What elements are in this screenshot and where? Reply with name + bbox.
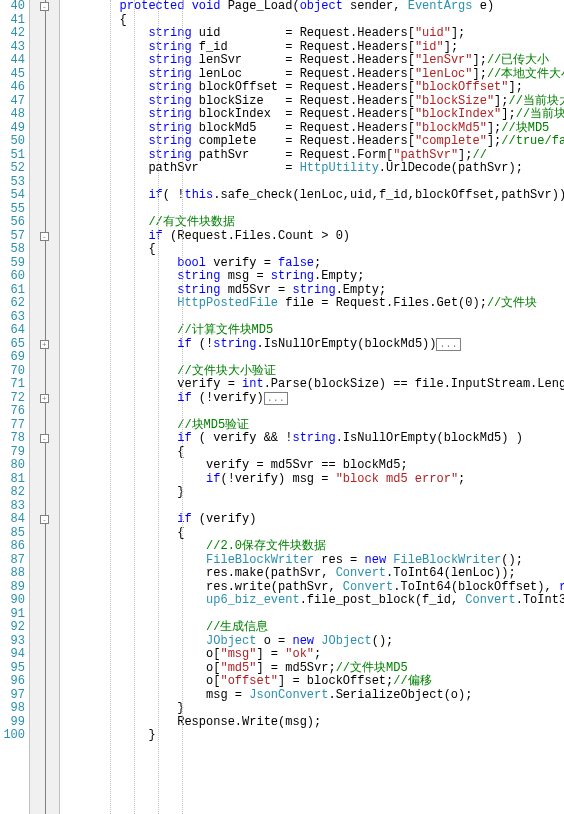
- code-line[interactable]: string complete = Request.Headers["compl…: [62, 135, 564, 149]
- line-number: 77: [0, 419, 25, 433]
- line-number: 65: [0, 338, 25, 352]
- code-line[interactable]: o["offset"] = blockOffset;//偏移: [62, 675, 564, 689]
- line-number: 92: [0, 621, 25, 635]
- fold-expand-icon[interactable]: +: [40, 394, 49, 403]
- code-line[interactable]: verify = md5Svr == blockMd5;: [62, 459, 564, 473]
- code-line[interactable]: //文件块大小验证: [62, 365, 564, 379]
- code-line[interactable]: [62, 500, 564, 514]
- collapsed-region[interactable]: ...: [436, 338, 460, 351]
- code-line[interactable]: string blockSize = Request.Headers["bloc…: [62, 95, 564, 109]
- line-number: 76: [0, 405, 25, 419]
- line-number: 56: [0, 216, 25, 230]
- code-line[interactable]: //生成信息: [62, 621, 564, 635]
- code-line[interactable]: [62, 608, 564, 622]
- line-number: 50: [0, 135, 25, 149]
- code-line[interactable]: //块MD5验证: [62, 419, 564, 433]
- code-line[interactable]: o["msg"] = "ok";: [62, 648, 564, 662]
- line-number: 62: [0, 297, 25, 311]
- code-line[interactable]: string blockMd5 = Request.Headers["block…: [62, 122, 564, 136]
- code-line[interactable]: up6_biz_event.file_post_block(f_id, Conv…: [62, 594, 564, 608]
- code-line[interactable]: if (!string.IsNullOrEmpty(blockMd5))...: [62, 338, 564, 352]
- code-line[interactable]: msg = JsonConvert.SerializeObject(o);: [62, 689, 564, 703]
- code-line[interactable]: if(!verify) msg = "block md5 error";: [62, 473, 564, 487]
- line-number: 91: [0, 608, 25, 622]
- code-line[interactable]: string f_id = Request.Headers["id"];: [62, 41, 564, 55]
- line-number: 81: [0, 473, 25, 487]
- code-line[interactable]: JObject o = new JObject();: [62, 635, 564, 649]
- code-line[interactable]: HttpPostedFile file = Request.Files.Get(…: [62, 297, 564, 311]
- code-line[interactable]: }: [62, 486, 564, 500]
- code-line[interactable]: res.write(pathSvr, Convert.ToInt64(block…: [62, 581, 564, 595]
- code-line[interactable]: string msg = string.Empty;: [62, 270, 564, 284]
- line-number: 58: [0, 243, 25, 257]
- code-line[interactable]: string blockOffset = Request.Headers["bl…: [62, 81, 564, 95]
- fold-collapse-icon[interactable]: -: [40, 2, 49, 11]
- code-line[interactable]: pathSvr = HttpUtility.UrlDecode(pathSvr)…: [62, 162, 564, 176]
- line-number: 69: [0, 351, 25, 365]
- line-number-gutter: 4041424344454647484950515253545556575859…: [0, 0, 30, 814]
- code-line[interactable]: {: [62, 243, 564, 257]
- code-line[interactable]: string md5Svr = string.Empty;: [62, 284, 564, 298]
- code-line[interactable]: if (Request.Files.Count > 0): [62, 230, 564, 244]
- line-number: 41: [0, 14, 25, 28]
- code-line[interactable]: string lenSvr = Request.Headers["lenSvr"…: [62, 54, 564, 68]
- code-line[interactable]: [62, 176, 564, 190]
- code-line[interactable]: [62, 351, 564, 365]
- code-line[interactable]: //有文件块数据: [62, 216, 564, 230]
- fold-collapse-icon[interactable]: -: [40, 515, 49, 524]
- code-line[interactable]: }: [62, 702, 564, 716]
- line-number: 63: [0, 311, 25, 325]
- line-number: 88: [0, 567, 25, 581]
- code-line[interactable]: {: [62, 446, 564, 460]
- code-line[interactable]: verify = int.Parse(blockSize) == file.In…: [62, 378, 564, 392]
- line-number: 85: [0, 527, 25, 541]
- code-line[interactable]: [62, 405, 564, 419]
- code-line[interactable]: if( !this.safe_check(lenLoc,uid,f_id,blo…: [62, 189, 564, 203]
- code-line[interactable]: //2.0保存文件块数据: [62, 540, 564, 554]
- code-line[interactable]: string blockIndex = Request.Headers["blo…: [62, 108, 564, 122]
- line-number: 64: [0, 324, 25, 338]
- fold-gutter: --++--: [30, 0, 60, 814]
- code-line[interactable]: res.make(pathSvr, Convert.ToInt64(lenLoc…: [62, 567, 564, 581]
- fold-expand-icon[interactable]: +: [40, 340, 49, 349]
- line-number: 84: [0, 513, 25, 527]
- code-line[interactable]: bool verify = false;: [62, 257, 564, 271]
- code-line[interactable]: protected void Page_Load(object sender, …: [62, 0, 564, 14]
- code-line[interactable]: [62, 203, 564, 217]
- line-number: 89: [0, 581, 25, 595]
- line-number: 98: [0, 702, 25, 716]
- collapsed-region[interactable]: ...: [264, 392, 288, 405]
- line-number: 40: [0, 0, 25, 14]
- line-number: 71: [0, 378, 25, 392]
- line-number: 78: [0, 432, 25, 446]
- line-number: 53: [0, 176, 25, 190]
- line-number: 79: [0, 446, 25, 460]
- code-line[interactable]: if ( verify && !string.IsNullOrEmpty(blo…: [62, 432, 564, 446]
- line-number: 57: [0, 230, 25, 244]
- line-number: 45: [0, 68, 25, 82]
- code-line[interactable]: string uid = Request.Headers["uid"];: [62, 27, 564, 41]
- line-number: 47: [0, 95, 25, 109]
- code-line[interactable]: o["md5"] = md5Svr;//文件块MD5: [62, 662, 564, 676]
- code-line[interactable]: if (verify): [62, 513, 564, 527]
- line-number: 54: [0, 189, 25, 203]
- code-line[interactable]: {: [62, 527, 564, 541]
- line-number: 96: [0, 675, 25, 689]
- line-number: 99: [0, 716, 25, 730]
- code-line[interactable]: {: [62, 14, 564, 28]
- line-number: 42: [0, 27, 25, 41]
- code-line[interactable]: [62, 311, 564, 325]
- line-number: 95: [0, 662, 25, 676]
- code-line[interactable]: if (!verify)...: [62, 392, 564, 406]
- line-number: 49: [0, 122, 25, 136]
- code-line[interactable]: //计算文件块MD5: [62, 324, 564, 338]
- line-number: 43: [0, 41, 25, 55]
- fold-collapse-icon[interactable]: -: [40, 434, 49, 443]
- code-line[interactable]: Response.Write(msg);: [62, 716, 564, 730]
- code-line[interactable]: string lenLoc = Request.Headers["lenLoc"…: [62, 68, 564, 82]
- code-line[interactable]: }: [62, 729, 564, 743]
- code-line[interactable]: FileBlockWriter res = new FileBlockWrite…: [62, 554, 564, 568]
- fold-collapse-icon[interactable]: -: [40, 232, 49, 241]
- code-line[interactable]: string pathSvr = Request.Form["pathSvr"]…: [62, 149, 564, 163]
- code-area[interactable]: protected void Page_Load(object sender, …: [60, 0, 564, 814]
